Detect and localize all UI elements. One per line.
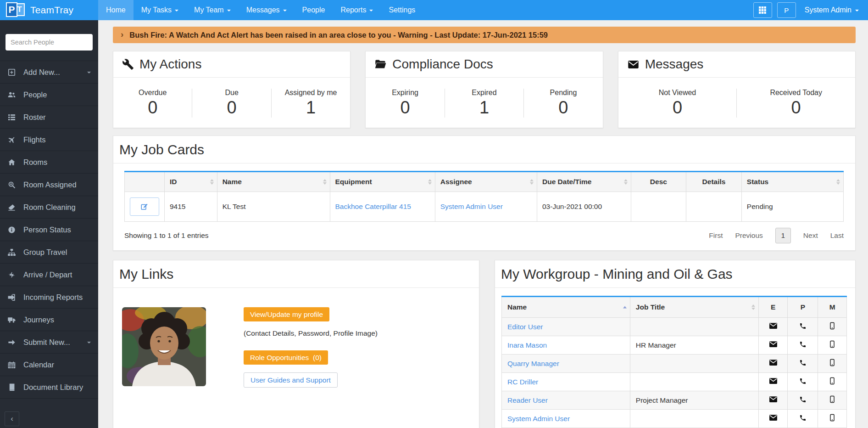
view-update-profile-button[interactable]: View/Update my profile [244, 307, 329, 321]
table-row: 9415 KL Test Backhoe Caterpillar 415 Sys… [125, 192, 844, 222]
nav-item-home[interactable]: Home [98, 0, 134, 20]
my-links-panel: My Links [113, 260, 479, 428]
alert-banner[interactable]: › Bush Fire: A Watch And Act Alert has b… [113, 27, 856, 43]
sidebar-item-calendar[interactable]: Calendar [0, 354, 98, 376]
person-link[interactable]: Inara Mason [507, 341, 547, 349]
stat-pending: Pending 0 [523, 89, 602, 118]
truck-icon [7, 315, 16, 324]
chevron-down-icon [175, 10, 178, 11]
mobile-icon[interactable] [829, 359, 835, 366]
col-details: Details [686, 172, 742, 192]
profile-initial-button[interactable]: P [777, 2, 796, 18]
envelope-icon[interactable] [769, 377, 777, 384]
sidebar-item-document-library[interactable]: Document Library [0, 376, 98, 399]
col-assignee[interactable]: Assignee [435, 172, 537, 192]
phone-icon[interactable] [799, 414, 807, 422]
nav-item-settings[interactable]: Settings [381, 0, 423, 20]
brand[interactable]: T P TeamTray [0, 0, 98, 20]
assignee-link[interactable]: System Admin User [440, 203, 503, 210]
pagination-last[interactable]: Last [830, 231, 844, 240]
user-menu[interactable]: System Admin [801, 6, 859, 14]
messages-card: Messages Not Viewed 0 Received Today 0 [618, 51, 856, 128]
sidebar-item-roster[interactable]: Roster [0, 106, 98, 129]
apps-grid-button[interactable] [753, 2, 772, 18]
mobile-icon[interactable] [829, 414, 835, 422]
edit-job-card-button[interactable] [130, 197, 159, 216]
phone-icon[interactable] [799, 322, 807, 330]
sort-icon [836, 179, 840, 185]
mobile-icon[interactable] [829, 377, 835, 385]
person-link[interactable]: Quarry Manager [507, 360, 559, 367]
person-link[interactable]: System Admin User [507, 415, 570, 422]
stat-expired: Expired 1 [445, 89, 523, 118]
page-section-title: My Workgroup - Mining and Oil & Gas [495, 260, 855, 288]
col-due[interactable]: Due Date/Time [537, 172, 631, 192]
sidebar-item-person-status[interactable]: Person Status [0, 219, 98, 241]
sidebar-item-arrive-depart[interactable]: Arrive / Depart [0, 264, 98, 286]
phone-icon[interactable] [799, 359, 807, 366]
mobile-icon[interactable] [829, 322, 835, 330]
phone-icon[interactable] [799, 341, 807, 348]
sidebar-collapse-button[interactable]: ‹ [5, 411, 19, 426]
search-input[interactable] [6, 34, 93, 51]
table-row: Quarry Manager [502, 355, 847, 373]
col-name[interactable]: Name [502, 297, 630, 318]
mobile-icon[interactable] [829, 395, 835, 403]
grid-icon [758, 6, 767, 15]
pagination-next[interactable]: Next [803, 231, 818, 240]
person-link[interactable]: Editor User [507, 323, 543, 331]
my-actions-card: My Actions Overdue 0 Due 0 Assigned by m… [113, 51, 351, 128]
my-job-cards-panel: My Job Cards ID Name Equipment Assignee … [113, 135, 856, 251]
col-name[interactable]: Name [217, 172, 330, 192]
pagination-page-1[interactable]: 1 [775, 228, 791, 243]
pagination-previous[interactable]: Previous [735, 231, 763, 240]
sort-icon [210, 179, 214, 185]
sidebar-item-submit-new[interactable]: Submit New... [0, 331, 98, 354]
col-job-title[interactable]: Job Title [630, 297, 758, 318]
sidebar-item-flights[interactable]: Flights [0, 129, 98, 151]
envelope-icon[interactable] [769, 396, 777, 403]
main-content: › Bush Fire: A Watch And Act Alert has b… [98, 20, 868, 428]
sidebar-item-add-new[interactable]: Add New... [0, 61, 98, 84]
chevron-down-icon [87, 342, 91, 344]
sidebar-item-group-travel[interactable]: Group Travel [0, 241, 98, 264]
equipment-link[interactable]: Backhoe Caterpillar 415 [335, 203, 411, 210]
role-opportunities-button[interactable]: Role Opportunities (0) [244, 350, 328, 365]
envelope-icon[interactable] [769, 359, 777, 366]
sidebar-item-room-cleaning[interactable]: Room Cleaning [0, 196, 98, 219]
phone-icon[interactable] [799, 377, 807, 385]
mobile-icon[interactable] [829, 340, 835, 348]
cell-desc [631, 192, 686, 222]
nav-item-reports[interactable]: Reports [333, 0, 381, 20]
col-equipment[interactable]: Equipment [330, 172, 435, 192]
sidebar-item-journeys[interactable]: Journeys [0, 309, 98, 331]
cell-due: 03-Jun-2021 00:00 [537, 192, 631, 222]
pagination-first[interactable]: First [709, 231, 723, 240]
sidebar-item-people[interactable]: People [0, 84, 98, 106]
envelope-icon[interactable] [769, 341, 777, 348]
sidebar-item-room-assigned[interactable]: Room Assigned [0, 174, 98, 196]
nav-item-people[interactable]: People [295, 0, 333, 20]
logo-letter-p: P [6, 2, 17, 17]
person-link[interactable]: Reader User [507, 396, 548, 404]
sort-icon [624, 179, 628, 185]
user-guides-button[interactable]: User Guides and Support [244, 372, 338, 388]
job-cards-table: ID Name Equipment Assignee Due Date/Time… [124, 171, 844, 222]
col-id[interactable]: ID [165, 172, 217, 192]
person-link[interactable]: RC Driller [507, 378, 538, 386]
nav-item-my-team[interactable]: My Team [186, 0, 239, 20]
col-status[interactable]: Status [741, 172, 843, 192]
chevron-down-icon [87, 72, 91, 73]
cell-id: 9415 [165, 192, 217, 222]
arrow-right-icon [7, 338, 16, 347]
book-icon [7, 383, 16, 392]
sidebar-item-incoming-reports[interactable]: Incoming Reports [0, 286, 98, 309]
phone-icon[interactable] [799, 396, 807, 403]
envelope-icon[interactable] [769, 322, 777, 329]
nav-item-my-tasks[interactable]: My Tasks [134, 0, 186, 20]
info-circle-icon [7, 225, 16, 234]
stat-cards-row: My Actions Overdue 0 Due 0 Assigned by m… [113, 51, 856, 128]
envelope-icon[interactable] [769, 414, 777, 421]
nav-item-messages[interactable]: Messages [239, 0, 295, 20]
sidebar-item-rooms[interactable]: Rooms [0, 151, 98, 174]
